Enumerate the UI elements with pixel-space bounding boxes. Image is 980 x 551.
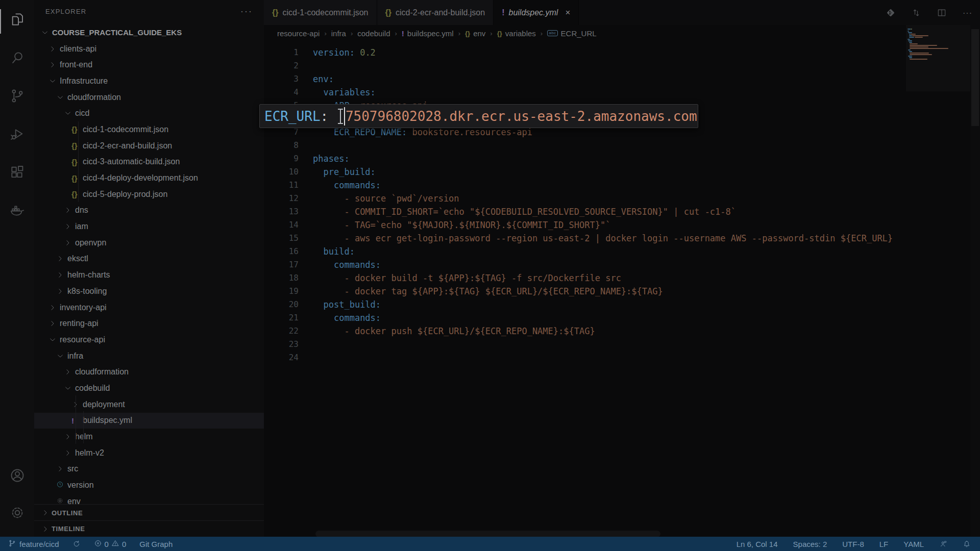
tree-item-cicd-3-automatic-build-json[interactable]: {}cicd-3-automatic-build.json [34,154,264,170]
compare-changes-icon[interactable] [911,7,922,18]
tree-item-iam[interactable]: iam [34,218,264,235]
tree-item-openvpn[interactable]: openvpn [34,235,264,251]
code-line-22[interactable]: 22 - docker push ${ECR_URL}/${ECR_REPO_N… [264,324,970,338]
scrollbar-thumb[interactable] [971,29,979,126]
language-mode[interactable]: YAML [903,540,924,548]
split-editor-icon[interactable] [936,7,947,18]
minimap-line [908,49,969,51]
code-line-24[interactable]: 24 [264,351,970,364]
breadcrumb-ecr-url[interactable]: abcECR_URL [547,29,596,38]
tab-buildspec-yml[interactable]: !buildspec.yml× [494,0,579,25]
code-line-16[interactable]: 16 build: [264,245,970,258]
tree-item-version[interactable]: version [34,477,264,493]
line-number: 2 [264,59,313,72]
code-line-10[interactable]: 10 pre_build: [264,165,970,179]
tree-item-helm-charts[interactable]: helm-charts [34,267,264,283]
breadcrumb-buildspec-yml[interactable]: !buildspec.yml [402,29,454,38]
tree-item-cloudformation[interactable]: cloudformation [34,89,264,106]
tree-item-course-practical-guide-eks[interactable]: COURSE_PRACTICAL_GUIDE_EKS [34,24,264,41]
code-line-15[interactable]: 15 - aws ecr get-login-password --region… [264,232,970,245]
tree-item-eksctl[interactable]: eksctl [34,251,264,267]
breadcrumb-infra[interactable]: infra [331,29,346,38]
notifications-bell-icon[interactable] [963,540,971,548]
tree-item-cicd-1-codecommit-json[interactable]: {}cicd-1-codecommit.json [34,121,264,138]
tree-item-deployment[interactable]: deployment [34,396,264,413]
activity-extensions-icon[interactable] [0,156,34,189]
tree-item-resource-api[interactable]: resource-api [34,332,264,348]
tree-item-label: helm-v2 [75,448,104,458]
code-line-21[interactable]: 21 commands: [264,311,970,324]
feedback-icon[interactable] [939,540,947,548]
tree-item-infrastructure[interactable]: Infrastructure [34,73,264,89]
problems-indicator[interactable]: 0 0 [94,539,127,549]
code-line-20[interactable]: 20 post_build: [264,298,970,311]
code-line-4[interactable]: 4 variables: [264,86,970,99]
tree-item-helm[interactable]: helm [34,429,264,445]
activity-explorer-icon[interactable] [0,3,34,36]
eol-setting[interactable]: LF [879,540,889,548]
code-line-18[interactable]: 18 - docker build -t ${APP}:${TAG} -f sr… [264,271,970,285]
activity-account-icon[interactable] [0,459,34,492]
activity-run-debug-icon[interactable] [0,118,34,151]
timeline-section[interactable]: TIMELINE [34,520,264,537]
vertical-scrollbar[interactable] [970,25,980,537]
tree-item-infra[interactable]: infra [34,348,264,364]
breadcrumb-resource-api[interactable]: resource-api [277,29,320,38]
tree-item-env[interactable]: env [34,493,264,504]
tree-item-cicd-4-deploy-development-json[interactable]: {}cicd-4-deploy-development.json [34,170,264,186]
outline-section[interactable]: OUTLINE [34,504,264,521]
tree-item-cloudformation[interactable]: cloudformation [34,364,264,380]
tab-cicd-2-ecr-and-build-json[interactable]: {}cicd-2-ecr-and-build.json [377,0,494,25]
git-graph-button[interactable]: Git Graph [139,540,173,548]
tree-item-buildspec-yml[interactable]: !buildspec.yml [34,413,264,429]
activity-source-control-icon[interactable] [0,80,34,112]
code-line-12[interactable]: 12 - source `pwd`/version [264,192,970,205]
line-number: 4 [264,86,313,99]
tree-item-src[interactable]: src [34,461,264,478]
tree-item-cicd-2-ecr-and-build-json[interactable]: {}cicd-2-ecr-and-build.json [34,138,264,154]
git-graph-icon[interactable] [885,7,896,18]
tree-item-cicd[interactable]: cicd [34,105,264,121]
code-line-14[interactable]: 14 - TAG=`echo "${MAJOR}.${MINOR}.${COMM… [264,218,970,232]
more-actions-icon[interactable]: ··· [240,6,253,17]
code-line-23[interactable]: 23 [264,338,970,351]
code-line-19[interactable]: 19 - docker tag ${APP}:${TAG} ${ECR_URL}… [264,285,970,298]
encoding-setting[interactable]: UTF-8 [842,540,864,548]
tree-item-label: renting-api [60,319,99,328]
code-line-2[interactable]: 2 [264,59,970,72]
cursor-position[interactable]: Ln 6, Col 14 [737,540,778,548]
activity-settings-icon[interactable] [0,496,34,529]
git-branch-indicator[interactable]: feature/cicd [8,539,59,549]
breadcrumb-variables[interactable]: {}variables [497,29,536,38]
sync-button[interactable] [72,540,81,548]
tree-item-inventory-api[interactable]: inventory-api [34,299,264,316]
activity-search-icon[interactable] [0,41,34,74]
code-line-1[interactable]: 1version: 0.2 [264,46,970,59]
code-line-11[interactable]: 11 commands: [264,179,970,192]
indentation-setting[interactable]: Spaces: 2 [793,540,827,548]
minimap-line [908,31,969,32]
chevron-right-icon [56,271,64,279]
code-line-17[interactable]: 17 commands: [264,258,970,271]
minimap[interactable] [908,29,969,161]
code-line-3[interactable]: 3env: [264,72,970,86]
breadcrumb-codebuild[interactable]: codebuild [357,29,390,38]
code-line-9[interactable]: 9phases: [264,152,970,165]
close-icon[interactable]: × [565,8,570,18]
tree-item-clients-api[interactable]: clients-api [34,41,264,57]
braces-icon: {} [497,30,502,37]
tree-item-renting-api[interactable]: renting-api [34,315,264,332]
tree-item-cicd-5-deploy-prod-json[interactable]: {}cicd-5-deploy-prod.json [34,186,264,203]
code-line-13[interactable]: 13 - COMMIT_ID_SHORT=`echo "${CODEBUILD_… [264,205,970,218]
braces-icon: {} [465,30,470,37]
code-line-8[interactable]: 8 [264,139,970,152]
tree-item-dns[interactable]: dns [34,203,264,219]
tab-cicd-1-codecommit-json[interactable]: {}cicd-1-codecommit.json [264,0,377,25]
tree-item-k8s-tooling[interactable]: k8s-tooling [34,283,264,299]
tree-item-front-end[interactable]: front-end [34,57,264,73]
more-actions-icon[interactable]: ··· [962,7,973,18]
tree-item-codebuild[interactable]: codebuild [34,380,264,396]
activity-docker-icon[interactable] [0,194,34,227]
tree-item-helm-v2[interactable]: helm-v2 [34,445,264,461]
breadcrumb-env[interactable]: {}env [465,29,485,38]
